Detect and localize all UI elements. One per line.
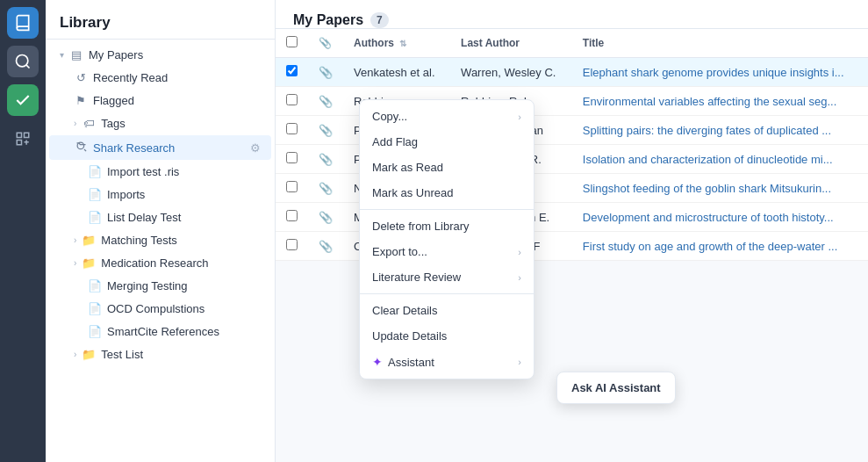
sidebar-item-ocd-compulsions[interactable]: 📄 OCD Compulstions bbox=[49, 298, 271, 320]
svg-point-0 bbox=[17, 55, 28, 67]
sidebar-item-tags[interactable]: › 🏷 Tags bbox=[49, 112, 271, 134]
sidebar-item-recently-read[interactable]: ↺ Recently Read bbox=[49, 67, 271, 89]
context-menu-export[interactable]: Export to... › bbox=[360, 239, 534, 264]
sidebar-item-label: Medication Research bbox=[101, 256, 261, 270]
sidebar-item-flagged[interactable]: ⚑ Flagged bbox=[49, 90, 271, 112]
row-checkbox[interactable] bbox=[286, 65, 298, 76]
clip-icon: 📎 bbox=[319, 240, 333, 253]
title-cell: Elephant shark genome provides unique in… bbox=[572, 58, 868, 87]
clip-cell: 📎 bbox=[308, 116, 343, 145]
chevron-right-icon: › bbox=[74, 350, 76, 359]
ask-ai-tooltip[interactable]: Ask AI Assistant bbox=[556, 372, 676, 404]
row-checkbox[interactable] bbox=[286, 94, 298, 105]
sidebar-item-matching-tests[interactable]: › 📁 Matching Tests bbox=[49, 229, 271, 251]
mark-unread-label: Mark as Unread bbox=[372, 186, 453, 199]
flag-icon: ⚑ bbox=[74, 94, 88, 107]
title-cell: Environmental variables affecting the se… bbox=[572, 87, 868, 116]
row-checkbox[interactable] bbox=[286, 239, 298, 250]
sidebar-item-merging-testing[interactable]: 📄 Merging Testing bbox=[49, 275, 271, 297]
checkbox-cell[interactable] bbox=[276, 58, 308, 87]
chevron-down-icon: ▾ bbox=[60, 50, 64, 60]
grid-icon[interactable] bbox=[7, 123, 39, 155]
sidebar: Library ▾ ▤ My Papers ↺ Recently Read ⚑ … bbox=[46, 0, 276, 462]
page-title: My Papers bbox=[293, 12, 363, 28]
title-col-header[interactable]: Title bbox=[572, 29, 868, 58]
update-details-label: Update Details bbox=[372, 329, 447, 343]
book-icon[interactable] bbox=[7, 7, 39, 39]
menu-divider-2 bbox=[360, 293, 534, 294]
sidebar-item-shark-research[interactable]: Shark Research ⚙ bbox=[49, 135, 271, 160]
last-author-col-header[interactable]: Last Author bbox=[450, 29, 572, 58]
clip-cell: 📎 bbox=[308, 203, 343, 232]
chevron-right-icon: › bbox=[74, 258, 76, 268]
checkbox-cell[interactable] bbox=[276, 232, 308, 261]
main-header: My Papers 7 bbox=[276, 0, 868, 29]
search-icon[interactable] bbox=[7, 46, 39, 77]
row-checkbox[interactable] bbox=[286, 123, 298, 134]
sidebar-item-label: Import test .ris bbox=[107, 165, 261, 178]
row-checkbox[interactable] bbox=[286, 210, 298, 221]
select-all-checkbox[interactable] bbox=[286, 36, 298, 47]
sidebar-item-label: Recently Read bbox=[93, 71, 261, 84]
sidebar-item-label: Test List bbox=[101, 348, 261, 361]
title-cell: Splitting pairs: the diverging fates of … bbox=[572, 116, 868, 145]
context-menu-copy[interactable]: Copy... › bbox=[360, 104, 534, 129]
folder-icon: ▤ bbox=[69, 48, 83, 61]
tag-icon: 🏷 bbox=[82, 117, 96, 130]
file-icon: 📄 bbox=[88, 188, 102, 201]
clip-icon: 📎 bbox=[319, 124, 333, 137]
authors-col-header[interactable]: Authors ⇅ bbox=[343, 29, 450, 58]
table-row[interactable]: 📎 Venkatesh et al. Warren, Wesley C. Ele… bbox=[276, 58, 868, 87]
sidebar-item-list-delay-test[interactable]: 📄 List Delay Test bbox=[49, 206, 271, 228]
context-menu-clear-details[interactable]: Clear Details bbox=[360, 298, 534, 323]
context-menu-update-details[interactable]: Update Details bbox=[360, 323, 534, 349]
submenu-arrow-icon: › bbox=[518, 272, 521, 283]
menu-divider-1 bbox=[360, 209, 534, 210]
sidebar-nav: ▾ ▤ My Papers ↺ Recently Read ⚑ Flagged … bbox=[46, 40, 275, 370]
table-container: 📎 Authors ⇅ Last Author Title 📎 bbox=[276, 29, 868, 462]
context-menu-add-flag[interactable]: Add Flag bbox=[360, 129, 534, 155]
check-icon[interactable] bbox=[7, 84, 39, 116]
title-cell: First study on age and growth of the dee… bbox=[572, 232, 868, 261]
checkbox-cell[interactable] bbox=[276, 174, 308, 203]
row-checkbox[interactable] bbox=[286, 181, 298, 192]
title-label: Title bbox=[583, 37, 604, 49]
sidebar-item-imports[interactable]: 📄 Imports bbox=[49, 184, 271, 206]
sidebar-item-smartcite-references[interactable]: 📄 SmartCite References bbox=[49, 321, 271, 343]
export-label: Export to... bbox=[372, 245, 427, 258]
lit-review-label: Literature Review bbox=[372, 271, 461, 284]
sidebar-item-import-test[interactable]: 📄 Import test .ris bbox=[49, 161, 271, 183]
sort-icon: ⇅ bbox=[399, 39, 406, 48]
checkbox-cell[interactable] bbox=[276, 203, 308, 232]
context-menu-literature-review[interactable]: Literature Review › bbox=[360, 264, 534, 290]
title-cell: Development and microstructure of tooth … bbox=[572, 203, 868, 232]
sidebar-item-my-papers[interactable]: ▾ ▤ My Papers bbox=[49, 44, 271, 66]
checkbox-cell[interactable] bbox=[276, 145, 308, 174]
clip-icon: 📎 bbox=[319, 182, 333, 195]
sidebar-item-test-list[interactable]: › 📁 Test List bbox=[49, 343, 271, 365]
file-icon: 📄 bbox=[88, 165, 102, 178]
checkbox-cell[interactable] bbox=[276, 87, 308, 116]
context-menu-delete[interactable]: Delete from Library bbox=[360, 213, 534, 239]
sidebar-item-label: Imports bbox=[107, 188, 261, 201]
count-badge: 7 bbox=[370, 12, 389, 28]
clock-icon: ↺ bbox=[74, 71, 88, 84]
clip-cell: 📎 bbox=[308, 58, 343, 87]
authors-label: Authors bbox=[354, 37, 394, 49]
settings-icon[interactable]: ⚙ bbox=[250, 141, 261, 155]
folder-icon: 📁 bbox=[82, 348, 96, 361]
folder-icon: 📁 bbox=[82, 256, 96, 270]
file-icon: 📄 bbox=[88, 211, 102, 224]
context-menu-assistant[interactable]: ✦ Assistant › bbox=[360, 349, 534, 375]
checkbox-cell[interactable] bbox=[276, 116, 308, 145]
add-flag-label: Add Flag bbox=[372, 135, 418, 148]
sidebar-item-label: Flagged bbox=[93, 94, 261, 107]
mark-read-label: Mark as Read bbox=[372, 161, 443, 174]
chevron-right-icon: › bbox=[74, 235, 76, 245]
svg-rect-3 bbox=[17, 141, 21, 145]
row-checkbox[interactable] bbox=[286, 152, 298, 163]
submenu-arrow-icon: › bbox=[518, 112, 521, 122]
sidebar-item-medication-research[interactable]: › 📁 Medication Research bbox=[49, 252, 271, 274]
context-menu-mark-unread[interactable]: Mark as Unread bbox=[360, 180, 534, 206]
context-menu-mark-read[interactable]: Mark as Read bbox=[360, 155, 534, 180]
